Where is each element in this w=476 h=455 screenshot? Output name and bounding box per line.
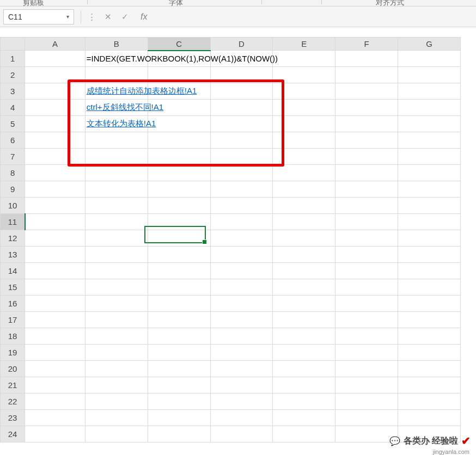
cell-E11[interactable] [273,214,335,230]
more-icon[interactable]: ⋮ [88,12,95,22]
cell-A5[interactable] [25,116,86,132]
cell-D4[interactable] [210,100,273,116]
cell-F22[interactable] [335,393,398,410]
cell-G15[interactable] [398,279,461,296]
cell-B24[interactable] [85,426,148,442]
cell-A15[interactable] [25,279,86,296]
cell-D14[interactable] [210,263,273,279]
row-header-6[interactable]: 6 [1,132,25,149]
cell-B10[interactable] [85,198,148,214]
cell-G21[interactable] [398,377,461,393]
cell-F11[interactable] [335,214,398,230]
cell-A21[interactable] [25,377,86,393]
row-header-15[interactable]: 15 [1,279,25,296]
cell-E14[interactable] [273,263,335,279]
cell-B21[interactable] [85,377,148,393]
cell-E9[interactable] [273,181,335,198]
cell-F20[interactable] [335,361,398,377]
cell-A2[interactable] [25,67,86,83]
cell-E6[interactable] [273,132,335,149]
cell-C6[interactable] [148,132,210,149]
cell-C7[interactable] [148,149,210,165]
row-header-1[interactable]: 1 [1,51,25,67]
cell-B18[interactable] [85,328,148,345]
cell-E5[interactable] [273,116,335,132]
cell-D13[interactable] [210,247,273,263]
col-header-B[interactable]: B [85,38,148,51]
cell-F18[interactable] [335,328,398,345]
cell-D15[interactable] [210,279,273,296]
row-header-21[interactable]: 21 [1,377,25,393]
cell-C23[interactable] [148,410,210,426]
cell-D2[interactable] [210,67,273,83]
cell-A10[interactable] [25,198,86,214]
col-header-A[interactable]: A [25,38,86,51]
cell-A1[interactable] [25,51,86,67]
cancel-icon[interactable]: ✕ [105,12,112,22]
cell-D17[interactable] [210,312,273,328]
cell-B5[interactable]: 文本转化为表格!A1 [85,116,148,132]
row-header-17[interactable]: 17 [1,312,25,328]
cell-C17[interactable] [148,312,210,328]
row-header-20[interactable]: 20 [1,361,25,377]
row-header-19[interactable]: 19 [1,345,25,361]
cell-F7[interactable] [335,149,398,165]
row-header-12[interactable]: 12 [1,230,25,247]
cell-F17[interactable] [335,312,398,328]
cell-F12[interactable] [335,230,398,247]
cell-A22[interactable] [25,393,86,410]
row-header-24[interactable]: 24 [1,426,25,442]
cell-D9[interactable] [210,181,273,198]
cell-G3[interactable] [398,83,461,100]
cell-B3[interactable]: 成绩统计自动添加表格边框!A1 [85,83,148,100]
cell-C14[interactable] [148,263,210,279]
cell-G17[interactable] [398,312,461,328]
cell-C16[interactable] [148,296,210,312]
cell-A17[interactable] [25,312,86,328]
cell-F13[interactable] [335,247,398,263]
cell-E7[interactable] [273,149,335,165]
cell-F5[interactable] [335,116,398,132]
cell-D12[interactable] [210,230,273,247]
cell-A8[interactable] [25,165,86,181]
cell-D23[interactable] [210,410,273,426]
cell-E21[interactable] [273,377,335,393]
fx-icon[interactable]: fx [141,12,147,22]
row-header-4[interactable]: 4 [1,100,25,116]
cell-G22[interactable] [398,393,461,410]
cell-F4[interactable] [335,100,398,116]
cell-D24[interactable] [210,426,273,442]
cell-A13[interactable] [25,247,86,263]
cell-E24[interactable] [273,426,335,442]
cell-D11[interactable] [210,214,273,230]
row-header-3[interactable]: 3 [1,83,25,100]
cell-B17[interactable] [85,312,148,328]
row-header-22[interactable]: 22 [1,393,25,410]
cell-E12[interactable] [273,230,335,247]
cell-E3[interactable] [273,83,335,100]
cell-C8[interactable] [148,165,210,181]
cell-B3-link[interactable]: 成绩统计自动添加表格边框!A1 [87,86,197,95]
cell-C9[interactable] [148,181,210,198]
cell-F19[interactable] [335,345,398,361]
cell-B15[interactable] [85,279,148,296]
cell-F8[interactable] [335,165,398,181]
cell-B12[interactable] [85,230,148,247]
cell-G9[interactable] [398,181,461,198]
cell-A7[interactable] [25,149,86,165]
row-header-16[interactable]: 16 [1,296,25,312]
cell-E17[interactable] [273,312,335,328]
cell-A18[interactable] [25,328,86,345]
cell-B1[interactable]: =INDEX(GET.WORKBOOK(1),ROW(A1))&T(NOW()) [85,51,148,67]
cell-C24[interactable] [148,426,210,442]
cell-E15[interactable] [273,279,335,296]
col-header-C[interactable]: C [148,38,210,51]
cell-G19[interactable] [398,345,461,361]
cell-B5-link[interactable]: 文本转化为表格!A1 [87,119,156,128]
cell-B20[interactable] [85,361,148,377]
cell-F21[interactable] [335,377,398,393]
cell-G16[interactable] [398,296,461,312]
cell-B16[interactable] [85,296,148,312]
cell-E1[interactable] [273,51,335,67]
cell-A19[interactable] [25,345,86,361]
